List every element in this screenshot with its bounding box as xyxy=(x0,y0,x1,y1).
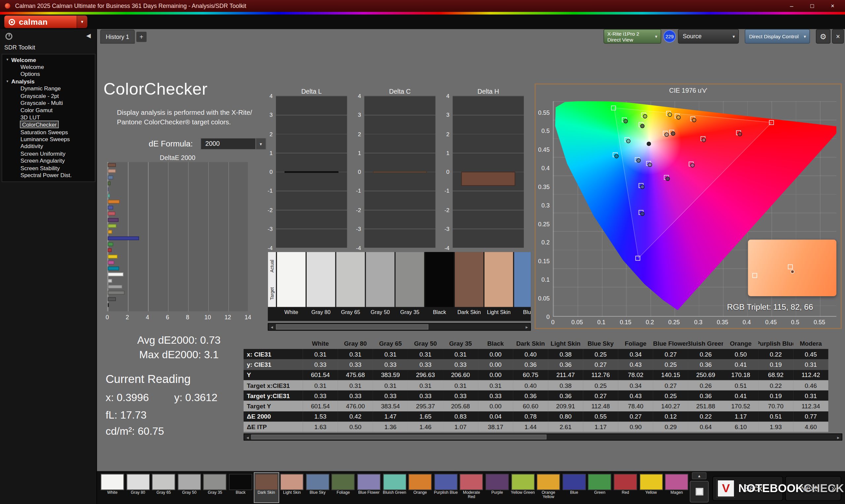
scroll-right-icon[interactable]: ► xyxy=(523,324,530,330)
patch-button-label: Gray 80 xyxy=(126,490,150,495)
patch-button-yellow-green[interactable]: Yellow Green xyxy=(511,473,535,502)
tree-item[interactable]: Screen Angularity xyxy=(2,157,95,164)
back-button[interactable]: « Back xyxy=(712,476,783,501)
tab-history-1[interactable]: History 1 xyxy=(100,30,135,43)
de-formula-dropdown[interactable]: 2000 ▼ xyxy=(200,138,266,150)
strip-swatch[interactable] xyxy=(366,252,395,307)
table-cell: 0.19 xyxy=(758,391,793,401)
tree-item[interactable]: Screen Stability xyxy=(2,164,95,172)
logo-menu-dropdown[interactable]: ▼ xyxy=(76,16,87,28)
patch-button-red[interactable]: Red xyxy=(613,473,637,502)
calman-logo-button[interactable]: calman ▼ xyxy=(4,16,87,28)
patch-button-white[interactable]: White xyxy=(100,473,124,502)
patch-button-orange[interactable]: Orange xyxy=(408,473,432,502)
patch-window-button[interactable] xyxy=(690,481,709,502)
display-control-dropdown[interactable]: Direct Display Control ▼ xyxy=(745,29,810,43)
table-row-label: y: CIE31 xyxy=(244,359,303,370)
strip-swatch[interactable] xyxy=(514,252,531,307)
table-scrollbar[interactable]: ◄ ► xyxy=(244,433,842,440)
tree-item[interactable]: Spectral Power Dist. xyxy=(2,172,95,179)
patch-button-label: Foliage xyxy=(331,490,355,495)
meter-name: X-Rite i1Pro 2 xyxy=(608,31,661,37)
tree-item[interactable]: Grayscale - 2pt xyxy=(2,92,95,99)
maximize-button[interactable]: □ xyxy=(802,0,822,12)
scroll-left-icon[interactable]: ◄ xyxy=(268,324,275,330)
patch-button-yellow[interactable]: Yellow xyxy=(639,473,663,502)
tree-item[interactable]: Options xyxy=(2,71,95,78)
delta-chart-title: Delta L xyxy=(276,88,347,95)
meter-gauge-icon[interactable] xyxy=(5,33,12,40)
table-cell: 0.38 xyxy=(548,349,583,360)
axis-tick-label: 0.3 xyxy=(694,319,702,326)
add-tab-button[interactable]: + xyxy=(136,32,146,42)
tree-item[interactable]: Luminance Sweeps xyxy=(2,135,95,143)
next-button[interactable]: Next » xyxy=(785,476,841,501)
tree-item[interactable]: Welcome xyxy=(2,63,95,71)
patch-button-label: Orange xyxy=(408,490,432,495)
table-cell: 0.27 xyxy=(618,411,653,422)
patch-button-foliage[interactable]: Foliage xyxy=(331,473,355,502)
patch-button-purplish-blue[interactable]: Purplish Blue xyxy=(434,473,458,502)
source-selector-dropdown[interactable]: Source ▼ xyxy=(678,29,739,43)
strip-swatch[interactable] xyxy=(485,252,513,307)
strip-swatch[interactable] xyxy=(277,252,306,307)
patch-button-blue[interactable]: Blue xyxy=(562,473,586,502)
tree-item-label: Grayscale - 2pt xyxy=(20,92,59,99)
tree-item[interactable]: Grayscale - Multi xyxy=(2,99,95,107)
tree-item[interactable]: Color Gamut xyxy=(2,107,95,114)
scrollbar-thumb[interactable] xyxy=(276,324,428,329)
strip-swatch[interactable] xyxy=(425,252,454,307)
axis-tick-label: 0 xyxy=(535,313,550,320)
minimize-button[interactable]: – xyxy=(781,0,802,12)
measured-dot-marker xyxy=(642,114,647,119)
patch-button-orange-yellow[interactable]: Orange Yellow xyxy=(536,473,561,502)
meter-selector-dropdown[interactable]: X-Rite i1Pro 2 Direct View ▼ xyxy=(604,29,662,43)
settings-button[interactable]: ⚙ xyxy=(816,29,830,43)
display-control-label: Direct Display Control xyxy=(749,33,798,39)
strip-swatch[interactable] xyxy=(455,252,483,307)
patch-button-gray-50[interactable]: Gray 50 xyxy=(177,473,201,502)
tree-item[interactable]: ColorChecker xyxy=(2,121,95,128)
scroll-right-icon[interactable]: ► xyxy=(835,434,842,441)
tree-item[interactable]: 3D LUT xyxy=(2,114,95,121)
expand-patch-bar-button[interactable]: ▲ xyxy=(692,472,706,479)
patch-button-blue-sky[interactable]: Blue Sky xyxy=(305,473,330,502)
patch-button-gray-80[interactable]: Gray 80 xyxy=(126,473,150,502)
axis-tick-label: 4 xyxy=(350,93,361,99)
patch-button-blue-flower[interactable]: Blue Flower xyxy=(357,473,381,502)
close-button[interactable]: × xyxy=(822,0,843,12)
window-title: Calman 2025 Calman Ultimate for Business… xyxy=(15,3,246,9)
scroll-left-icon[interactable]: ◄ xyxy=(244,434,251,441)
patch-button-black[interactable]: Black xyxy=(228,473,252,502)
patch-button-gray-65[interactable]: Gray 65 xyxy=(152,473,176,502)
tree-group[interactable]: ▾Welcome xyxy=(2,56,95,63)
strip-swatch[interactable] xyxy=(336,252,365,307)
table-cell: 383.54 xyxy=(373,401,408,411)
strip-swatch[interactable] xyxy=(395,252,424,307)
patch-button-light-skin[interactable]: Light Skin xyxy=(280,473,304,502)
patch-button-magen[interactable]: Magen xyxy=(665,473,689,502)
patch-button-moderate-red[interactable]: Moderate Red xyxy=(459,473,483,502)
axis-tick-label: 0.1 xyxy=(535,276,550,283)
panel-close-button[interactable]: × xyxy=(832,29,844,43)
scrollbar-thumb[interactable] xyxy=(251,435,547,440)
axis-tick-label: -1 xyxy=(262,188,272,194)
table-column-header: Modera xyxy=(793,338,828,349)
strip-swatch[interactable] xyxy=(307,252,335,307)
expander-icon: ▾ xyxy=(6,57,12,62)
strip-scrollbar[interactable]: ◄ ► xyxy=(268,323,531,331)
chevron-down-icon: ▼ xyxy=(80,20,84,23)
axis-tick-label: 0.5 xyxy=(791,319,799,326)
collapse-sidebar-button[interactable]: ◀ xyxy=(86,32,91,39)
patch-button-dark-skin[interactable]: Dark Skin xyxy=(254,473,278,502)
patch-button-purple[interactable]: Purple xyxy=(485,473,509,502)
tree-item[interactable]: Dynamic Range xyxy=(2,85,95,92)
tree-group[interactable]: ▾Analysis xyxy=(2,77,95,85)
tree-item[interactable]: Additivity xyxy=(2,143,95,150)
table-cell: 0.27 xyxy=(583,391,618,401)
patch-button-green[interactable]: Green xyxy=(587,473,612,502)
patch-button-gray-35[interactable]: Gray 35 xyxy=(203,473,227,502)
tree-item[interactable]: Screen Uniformity xyxy=(2,150,95,157)
tree-item[interactable]: Saturation Sweeps xyxy=(2,128,95,135)
patch-button-bluish-green[interactable]: Bluish Green xyxy=(383,473,407,502)
